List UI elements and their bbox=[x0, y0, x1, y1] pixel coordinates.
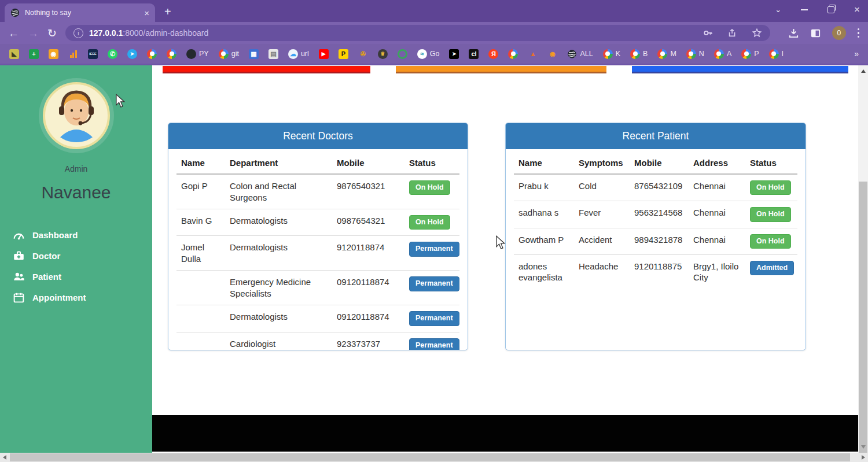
scroll-right-arrow-icon[interactable] bbox=[862, 455, 865, 460]
bm-cl-black-icon: cl bbox=[469, 49, 479, 59]
cell-status: On Hold bbox=[404, 209, 459, 236]
bm-blue-window[interactable]: ▦ bbox=[249, 49, 259, 59]
tab-close-icon[interactable]: × bbox=[144, 9, 149, 17]
restore-button[interactable] bbox=[827, 6, 834, 13]
bm-google-2[interactable] bbox=[167, 49, 176, 59]
bm-google-a[interactable]: A bbox=[714, 49, 731, 59]
minimize-button[interactable] bbox=[801, 9, 808, 10]
bm-ieee[interactable]: IEEE bbox=[88, 49, 98, 59]
table-header-row: NameSymptomsMobileAddressStatus bbox=[514, 152, 797, 174]
bm-google-i-label: I bbox=[782, 50, 784, 58]
bm-google-n[interactable]: N bbox=[686, 49, 704, 59]
bm-github[interactable]: PY bbox=[186, 49, 209, 59]
menu-kebab-icon[interactable] bbox=[858, 28, 860, 38]
bm-cloud-url[interactable]: ☁url bbox=[288, 49, 309, 59]
bm-cl-black[interactable]: cl bbox=[469, 49, 479, 59]
bm-trophy-dark[interactable]: ♛ bbox=[378, 49, 388, 59]
browser-window: Nothing to say × + ⌄ × ← → ↻ i 127.0.0.1… bbox=[0, 0, 868, 462]
bm-google-n-icon bbox=[686, 49, 696, 59]
bm-archive-icon: ▤ bbox=[269, 49, 278, 59]
bookmarks-overflow-chevron-icon[interactable]: » bbox=[854, 49, 859, 58]
bm-google-b[interactable]: B bbox=[630, 49, 648, 59]
cell-status: Permanent bbox=[404, 332, 459, 350]
horizontal-scrollbar-thumb[interactable] bbox=[10, 453, 850, 461]
bm-godaddy[interactable]: ≈Go bbox=[417, 49, 440, 59]
cell-status: On Hold bbox=[404, 174, 459, 209]
bm-archive[interactable]: ▤ bbox=[269, 49, 278, 59]
profile-section: Admin Navanee bbox=[0, 65, 152, 202]
bm-p-yellow[interactable]: P bbox=[339, 49, 348, 59]
side-panel-icon[interactable] bbox=[810, 28, 821, 38]
cell-status: On Hold bbox=[745, 228, 797, 254]
cell-mobile: 923373737 bbox=[332, 332, 404, 350]
sidebar-item-appointment[interactable]: Appointment bbox=[13, 287, 152, 308]
sidebar-item-dashboard[interactable]: Dashboard bbox=[13, 224, 152, 245]
cell-name: Gowtham P bbox=[514, 228, 574, 254]
reload-button[interactable]: ↻ bbox=[47, 28, 57, 39]
bm-cloud-url-icon: ☁ bbox=[288, 49, 298, 59]
downloads-icon[interactable] bbox=[788, 28, 799, 38]
bm-eye-orange[interactable]: ◉ bbox=[547, 49, 557, 59]
scroll-down-arrow-icon[interactable] bbox=[861, 445, 866, 449]
bm-camera-orange[interactable]: ◉ bbox=[49, 49, 58, 59]
forward-button[interactable]: → bbox=[28, 28, 39, 39]
bm-telegram-icon: ➤ bbox=[127, 49, 137, 59]
cell-department: Emergency Medicine Specialists bbox=[225, 271, 332, 305]
sidebar-item-patient[interactable]: Patient bbox=[13, 266, 152, 287]
page-footer bbox=[152, 415, 858, 452]
scroll-up-arrow-icon[interactable] bbox=[861, 69, 866, 73]
bm-bird-black[interactable]: ➤ bbox=[449, 49, 459, 59]
bm-google-2-icon bbox=[167, 49, 176, 59]
new-tab-button[interactable]: + bbox=[164, 5, 171, 19]
bm-google-1[interactable] bbox=[147, 49, 157, 59]
sidebar-nav: DashboardDoctorPatientAppointment bbox=[0, 224, 152, 308]
table-row: Bavin GDermatologists0987654321On Hold bbox=[176, 209, 459, 236]
cell-name bbox=[176, 332, 225, 350]
bm-leaf[interactable]: ◣ bbox=[9, 49, 19, 59]
bm-camera-orange-icon: ◉ bbox=[49, 49, 58, 59]
vertical-scrollbar-thumb[interactable] bbox=[859, 182, 867, 462]
bm-globe-all[interactable]: ALL bbox=[567, 49, 593, 59]
status-badge: Admitted bbox=[750, 261, 794, 275]
horizontal-scrollbar[interactable] bbox=[0, 453, 868, 462]
bm-google-3[interactable] bbox=[508, 49, 518, 59]
bm-matlab[interactable]: ▲ bbox=[528, 49, 538, 59]
bm-green-ring[interactable] bbox=[398, 49, 407, 59]
bm-youtube[interactable]: ▶ bbox=[319, 49, 329, 59]
address-bar[interactable]: i 127.0.0.1:8000/admin-dashboard bbox=[65, 25, 770, 41]
bm-google-p[interactable]: P bbox=[741, 49, 759, 59]
cell-name: adones evangelista bbox=[514, 254, 574, 289]
browser-tab[interactable]: Nothing to say × bbox=[5, 3, 155, 22]
chevron-down-icon[interactable]: ⌄ bbox=[775, 6, 781, 14]
table-row: sadhana sFever9563214568ChennaiOn Hold bbox=[514, 201, 797, 228]
bm-signal-bars[interactable] bbox=[68, 49, 78, 59]
cell-name bbox=[176, 271, 225, 305]
bm-google-i[interactable]: I bbox=[769, 49, 784, 59]
bm-movie-cam[interactable]: ✇ bbox=[358, 49, 368, 59]
cell-department: Colon and Rectal Surgeons bbox=[225, 174, 332, 209]
site-info-icon[interactable]: i bbox=[73, 28, 83, 38]
bookmark-star-icon[interactable] bbox=[752, 28, 762, 38]
scroll-left-arrow-icon[interactable] bbox=[3, 455, 6, 460]
vertical-scrollbar[interactable] bbox=[858, 65, 868, 453]
password-key-icon[interactable] bbox=[703, 28, 713, 38]
cell-name bbox=[176, 305, 225, 332]
cell-name: Bavin G bbox=[176, 209, 225, 236]
bm-green-cross[interactable]: + bbox=[29, 49, 39, 59]
bm-google-git[interactable]: git bbox=[219, 49, 239, 59]
bm-google-m[interactable]: M bbox=[657, 49, 676, 59]
bm-google-k[interactable]: K bbox=[603, 49, 620, 59]
cell-mobile: 8765432109 bbox=[630, 174, 689, 201]
stat-card-orange bbox=[396, 66, 606, 73]
sidebar-item-doctor[interactable]: Doctor bbox=[13, 245, 152, 266]
close-window-button[interactable]: × bbox=[854, 5, 860, 14]
stat-card-red bbox=[163, 66, 370, 73]
bm-whatsapp[interactable]: ✆ bbox=[108, 49, 117, 59]
back-button[interactable]: ← bbox=[8, 28, 19, 39]
cell-status: Admitted bbox=[745, 254, 797, 289]
bm-telegram[interactable]: ➤ bbox=[127, 49, 137, 59]
bm-yandex[interactable]: Я bbox=[488, 49, 498, 59]
globe-favicon-icon bbox=[10, 8, 20, 17]
share-icon[interactable] bbox=[727, 28, 738, 38]
profile-avatar[interactable]: 0 bbox=[832, 26, 846, 40]
